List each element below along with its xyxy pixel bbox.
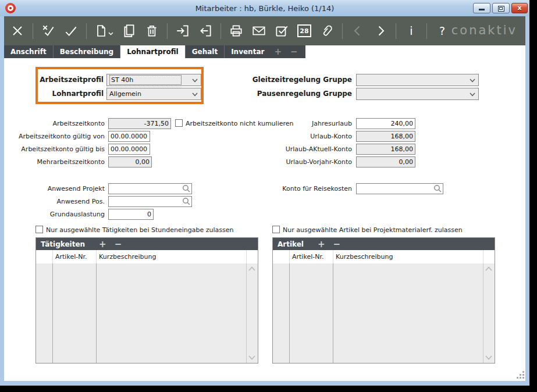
add-row-icon[interactable]: +: [318, 238, 325, 250]
tab-remove-icon[interactable]: −: [290, 47, 298, 57]
urlaub-aktuell-label: Urlaub-AKtuell-Konto: [248, 145, 352, 153]
toolbar-separator: [342, 23, 343, 39]
gleitzeit-dropdown[interactable]: [356, 74, 479, 86]
gueltig-von-field[interactable]: 00.00.0000: [108, 131, 150, 142]
anwesend-pos-label: Anwesend Pos.: [0, 198, 105, 205]
artikel-column-header: Artikel-Nr. Kurzbeschreibung: [273, 250, 495, 263]
anwesend-projekt-field[interactable]: [108, 183, 192, 194]
scroll-down-icon[interactable]: [485, 355, 492, 360]
email-icon[interactable]: [251, 23, 266, 39]
jahresurlaub-label: Jahresurlaub: [248, 120, 352, 127]
nicht-kumulieren-checkbox[interactable]: [175, 119, 183, 127]
import-icon[interactable]: [175, 23, 190, 39]
artikel-scrollbar[interactable]: [483, 263, 495, 363]
window-title: Mitarbeiter : hb, Bürkle, Heiko (1/14): [0, 4, 529, 13]
lohnartprofil-label: Lohnartprofil: [23, 90, 104, 98]
restore-button[interactable]: [492, 3, 510, 13]
jahresurlaub-field[interactable]: 240,00: [356, 118, 415, 129]
x-check-icon[interactable]: [41, 23, 56, 39]
chevron-down-icon: [192, 79, 198, 83]
scroll-up-icon[interactable]: [485, 266, 492, 271]
duplicate-icon[interactable]: [122, 23, 137, 39]
toolbar-separator: [396, 23, 396, 39]
arbeitszeitprofil-dropdown[interactable]: ST 40h: [106, 74, 201, 86]
artikel-table-body: [273, 263, 495, 363]
calendar-icon[interactable]: 28: [297, 23, 312, 39]
screen: Mitarbeiter : hb, Bürkle, Heiko (1/14) x: [0, 0, 537, 392]
scroll-down-icon[interactable]: [248, 355, 255, 360]
chevron-down-icon: [470, 92, 475, 97]
grundauslastung-field[interactable]: 0: [108, 209, 154, 220]
artikel-table: Artikel + − Artikel-Nr. Kurzbeschreibung: [272, 237, 495, 364]
delete-icon[interactable]: [144, 23, 159, 39]
paperclip-icon[interactable]: [319, 23, 335, 39]
info-icon[interactable]: i: [404, 23, 419, 39]
close-record-icon[interactable]: [10, 23, 25, 39]
chevron-down-icon: [192, 92, 198, 97]
print-icon[interactable]: [229, 23, 244, 39]
artikel-filter-label: Nur ausgewählte Artikel bei Projektmater…: [283, 226, 463, 234]
anwesend-pos-field[interactable]: [108, 196, 192, 207]
tab-lohnartprofil[interactable]: Lohnartprofil: [120, 45, 186, 58]
pausen-dropdown[interactable]: [356, 88, 479, 100]
urlaub-vorjahr-label: Urlaub-Vorjahr-Konto: [248, 158, 352, 166]
remove-row-icon[interactable]: −: [115, 238, 122, 250]
tab-beschreibung[interactable]: Beschreibung: [54, 45, 121, 58]
reisekosten-field[interactable]: [356, 183, 443, 194]
close-window-button[interactable]: x: [511, 3, 528, 13]
remove-row-icon[interactable]: −: [333, 238, 341, 250]
help-icon[interactable]: ?: [435, 23, 450, 39]
app-window: Mitarbeiter : hb, Bürkle, Heiko (1/14) x: [0, 0, 529, 386]
mehrarbeit-label: Mehrarbeitszeitkonto: [0, 158, 105, 166]
search-icon[interactable]: [433, 184, 442, 193]
reisekosten-label: Konto für Reisekosten: [248, 185, 352, 193]
next-record-icon[interactable]: [373, 23, 388, 39]
minimize-icon: [479, 9, 485, 10]
artikel-filter-checkbox[interactable]: [272, 226, 280, 233]
tab-add-icon[interactable]: +: [274, 47, 282, 57]
prev-record-icon[interactable]: [350, 23, 365, 39]
anwesend-projekt-label: Anwesend Projekt: [0, 185, 105, 193]
tab-bar: Anschrift Beschreibung Lohnartprofil Geh…: [4, 45, 525, 58]
toolbar-separator: [221, 23, 221, 39]
column-kurzbeschreibung[interactable]: Kurzbeschreibung: [336, 253, 393, 261]
toolbar-separator: [86, 23, 87, 39]
artikel-table-header: Artikel + −: [273, 238, 495, 250]
search-icon[interactable]: [182, 184, 190, 193]
taetigkeiten-column-header: Artikel-Nr. Kurzbeschreibung: [36, 250, 258, 263]
taetigkeiten-table: Tätigkeiten + − Artikel-Nr. Kurzbeschrei…: [35, 237, 258, 364]
toolbar-separator: [33, 23, 33, 39]
gueltig-bis-field[interactable]: 00.00.0000: [108, 144, 150, 155]
taetigkeiten-table-header: Tätigkeiten + −: [36, 238, 258, 250]
search-icon[interactable]: [182, 197, 190, 205]
column-artikel-nr[interactable]: Artikel-Nr.: [292, 253, 323, 261]
new-record-icon[interactable]: [94, 23, 114, 39]
tab-inventar[interactable]: Inventar: [225, 45, 271, 58]
check-icon[interactable]: [63, 23, 79, 39]
toolbar-separator: [426, 23, 427, 39]
tab-anschrift[interactable]: Anschrift: [4, 45, 54, 58]
taetigkeiten-filter-label: Nur ausgewählte Tätigkeiten bei Stundene…: [46, 226, 233, 234]
grundauslastung-label: Grundauslastung: [0, 211, 105, 218]
column-artikel-nr[interactable]: Artikel-Nr.: [55, 253, 87, 261]
urlaub-vorjahr-field: 0,00: [356, 156, 415, 168]
artikel-table-title: Artikel: [278, 240, 304, 248]
scroll-up-icon[interactable]: [248, 266, 255, 271]
column-kurzbeschreibung[interactable]: Kurzbeschreibung: [99, 253, 156, 261]
gueltig-bis-label: Arbeitszeitkonto gültig bis: [0, 145, 105, 153]
tab-gehalt[interactable]: Gehalt: [186, 45, 225, 58]
taetigkeiten-scrollbar[interactable]: [246, 263, 258, 363]
lohnartprofil-dropdown[interactable]: Allgemein: [106, 88, 201, 100]
resize-grip[interactable]: [522, 377, 524, 379]
toolbar: 28 i ? conaktiv: [4, 16, 525, 45]
restore-icon: [498, 6, 504, 12]
minimize-button[interactable]: [473, 3, 490, 13]
task-check-icon[interactable]: [274, 23, 289, 39]
taetigkeiten-filter-checkbox[interactable]: [35, 226, 43, 233]
export-icon[interactable]: [198, 23, 213, 39]
lohnartprofil-value: Allgemein: [109, 90, 141, 98]
taetigkeiten-table-title: Tätigkeiten: [41, 240, 85, 248]
mehrarbeit-field: 0,00: [108, 156, 152, 168]
urlaub-aktuell-field: 168,00: [356, 144, 415, 155]
add-row-icon[interactable]: +: [99, 238, 106, 250]
